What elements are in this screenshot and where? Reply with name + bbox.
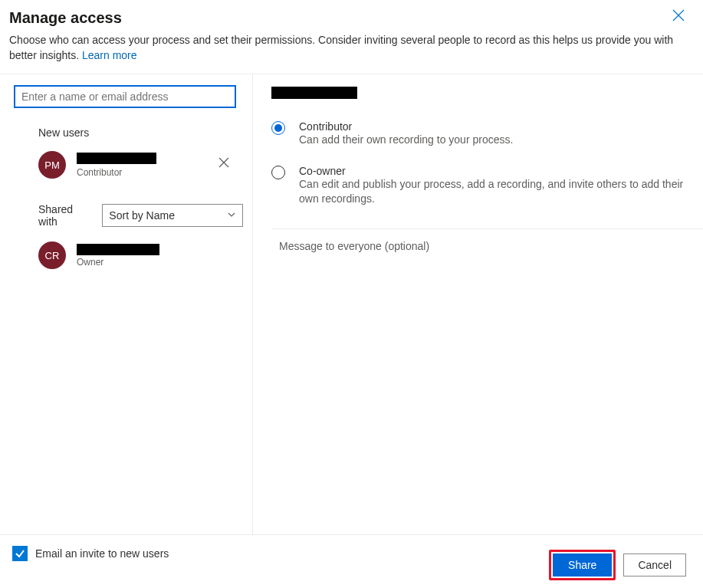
shared-user-row: CR Owner — [14, 238, 243, 272]
message-input[interactable]: Message to everyone (optional) — [271, 228, 703, 252]
role-title: Contributor — [299, 120, 513, 133]
new-users-label: New users — [38, 126, 243, 139]
shared-with-label: Shared with — [38, 203, 94, 228]
dialog-body: New users PM Contributor Shared with Sor… — [0, 74, 703, 534]
role-text: Contributor Can add their own recording … — [299, 120, 513, 148]
dialog-footer: Share Cancel — [549, 550, 686, 580]
remove-user-icon[interactable] — [218, 157, 229, 170]
highlight-annotation: Share — [549, 550, 616, 580]
role-desc: Can edit and publish your process, add a… — [299, 177, 698, 207]
radio-selected-icon[interactable] — [271, 121, 285, 135]
avatar: CR — [38, 241, 66, 269]
redacted-name — [77, 153, 156, 164]
dialog-header: Manage access — [0, 0, 703, 27]
cancel-button[interactable]: Cancel — [623, 554, 686, 577]
left-pane: New users PM Contributor Shared with Sor… — [0, 74, 253, 534]
role-title: Co-owner — [299, 165, 698, 177]
role-option-contributor[interactable]: Contributor Can add their own recording … — [271, 120, 703, 148]
email-invite-checkbox[interactable] — [12, 546, 28, 561]
dialog-title: Manage access — [9, 9, 691, 27]
learn-more-link[interactable]: Learn more — [82, 49, 137, 61]
user-info: Owner — [77, 244, 159, 268]
role-desc: Can add their own recording to your proc… — [299, 133, 513, 148]
user-info: Contributor — [77, 153, 156, 178]
dialog-subtitle: Choose who can access your process and s… — [0, 27, 703, 74]
close-icon[interactable] — [672, 9, 685, 21]
role-option-coowner[interactable]: Co-owner Can edit and publish your proce… — [271, 165, 703, 207]
sort-value: Sort by Name — [109, 209, 175, 222]
avatar: PM — [38, 151, 66, 179]
radio-unselected-icon[interactable] — [271, 166, 285, 179]
new-user-row: PM Contributor — [14, 148, 243, 182]
chevron-down-icon — [227, 209, 236, 222]
right-pane: Contributor Can add their own recording … — [253, 74, 703, 534]
role-text: Co-owner Can edit and publish your proce… — [299, 165, 698, 207]
redacted-user-name — [271, 87, 357, 99]
share-button[interactable]: Share — [553, 554, 612, 577]
user-role: Owner — [77, 257, 159, 268]
redacted-name — [77, 244, 159, 255]
sort-row: Shared with Sort by Name — [38, 203, 243, 228]
email-invite-label: Email an invite to new users — [35, 547, 169, 560]
user-role: Contributor — [77, 167, 156, 178]
sort-select[interactable]: Sort by Name — [102, 204, 243, 227]
user-search-input[interactable] — [14, 85, 236, 108]
